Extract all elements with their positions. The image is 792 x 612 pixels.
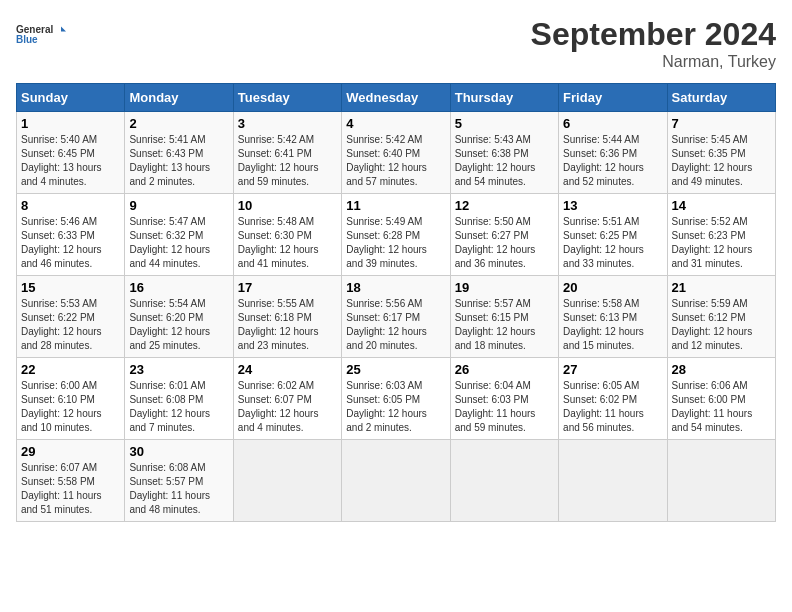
day-number: 10	[238, 198, 337, 213]
calendar-day-cell: 24 Sunrise: 6:02 AM Sunset: 6:07 PM Dayl…	[233, 358, 341, 440]
calendar-day-cell: 12 Sunrise: 5:50 AM Sunset: 6:27 PM Dayl…	[450, 194, 558, 276]
day-number: 27	[563, 362, 662, 377]
calendar-body: 1 Sunrise: 5:40 AM Sunset: 6:45 PM Dayli…	[17, 112, 776, 522]
day-number: 8	[21, 198, 120, 213]
calendar-day-cell: 7 Sunrise: 5:45 AM Sunset: 6:35 PM Dayli…	[667, 112, 775, 194]
calendar-day-cell: 3 Sunrise: 5:42 AM Sunset: 6:41 PM Dayli…	[233, 112, 341, 194]
calendar-day-cell: 15 Sunrise: 5:53 AM Sunset: 6:22 PM Dayl…	[17, 276, 125, 358]
calendar-day-cell: 19 Sunrise: 5:57 AM Sunset: 6:15 PM Dayl…	[450, 276, 558, 358]
day-number: 14	[672, 198, 771, 213]
calendar-day-cell: 27 Sunrise: 6:05 AM Sunset: 6:02 PM Dayl…	[559, 358, 667, 440]
day-info: Sunrise: 5:50 AM Sunset: 6:27 PM Dayligh…	[455, 215, 554, 271]
day-number: 3	[238, 116, 337, 131]
day-info: Sunrise: 5:45 AM Sunset: 6:35 PM Dayligh…	[672, 133, 771, 189]
calendar-day-cell: 22 Sunrise: 6:00 AM Sunset: 6:10 PM Dayl…	[17, 358, 125, 440]
day-info: Sunrise: 5:53 AM Sunset: 6:22 PM Dayligh…	[21, 297, 120, 353]
calendar-header-row: Sunday Monday Tuesday Wednesday Thursday…	[17, 84, 776, 112]
day-number: 28	[672, 362, 771, 377]
day-number: 2	[129, 116, 228, 131]
logo: General Blue	[16, 16, 66, 52]
col-saturday: Saturday	[667, 84, 775, 112]
calendar-day-cell: 20 Sunrise: 5:58 AM Sunset: 6:13 PM Dayl…	[559, 276, 667, 358]
empty-cell	[342, 440, 450, 522]
day-info: Sunrise: 5:52 AM Sunset: 6:23 PM Dayligh…	[672, 215, 771, 271]
calendar-day-cell: 8 Sunrise: 5:46 AM Sunset: 6:33 PM Dayli…	[17, 194, 125, 276]
day-number: 4	[346, 116, 445, 131]
logo-svg: General Blue	[16, 16, 66, 52]
calendar-day-cell: 6 Sunrise: 5:44 AM Sunset: 6:36 PM Dayli…	[559, 112, 667, 194]
day-info: Sunrise: 5:58 AM Sunset: 6:13 PM Dayligh…	[563, 297, 662, 353]
empty-cell	[450, 440, 558, 522]
col-wednesday: Wednesday	[342, 84, 450, 112]
day-number: 6	[563, 116, 662, 131]
day-number: 30	[129, 444, 228, 459]
day-number: 9	[129, 198, 228, 213]
day-info: Sunrise: 6:08 AM Sunset: 5:57 PM Dayligh…	[129, 461, 228, 517]
location-title: Narman, Turkey	[531, 53, 776, 71]
day-number: 13	[563, 198, 662, 213]
day-info: Sunrise: 5:57 AM Sunset: 6:15 PM Dayligh…	[455, 297, 554, 353]
day-info: Sunrise: 6:06 AM Sunset: 6:00 PM Dayligh…	[672, 379, 771, 435]
day-number: 12	[455, 198, 554, 213]
day-number: 29	[21, 444, 120, 459]
svg-text:General: General	[16, 24, 53, 35]
calendar-table: Sunday Monday Tuesday Wednesday Thursday…	[16, 83, 776, 522]
calendar-week-row: 22 Sunrise: 6:00 AM Sunset: 6:10 PM Dayl…	[17, 358, 776, 440]
day-number: 26	[455, 362, 554, 377]
day-number: 24	[238, 362, 337, 377]
day-info: Sunrise: 5:49 AM Sunset: 6:28 PM Dayligh…	[346, 215, 445, 271]
calendar-day-cell: 17 Sunrise: 5:55 AM Sunset: 6:18 PM Dayl…	[233, 276, 341, 358]
svg-text:Blue: Blue	[16, 34, 38, 45]
day-info: Sunrise: 6:02 AM Sunset: 6:07 PM Dayligh…	[238, 379, 337, 435]
calendar-day-cell: 23 Sunrise: 6:01 AM Sunset: 6:08 PM Dayl…	[125, 358, 233, 440]
calendar-week-row: 29 Sunrise: 6:07 AM Sunset: 5:58 PM Dayl…	[17, 440, 776, 522]
day-info: Sunrise: 5:43 AM Sunset: 6:38 PM Dayligh…	[455, 133, 554, 189]
calendar-day-cell: 2 Sunrise: 5:41 AM Sunset: 6:43 PM Dayli…	[125, 112, 233, 194]
day-number: 15	[21, 280, 120, 295]
day-info: Sunrise: 6:05 AM Sunset: 6:02 PM Dayligh…	[563, 379, 662, 435]
day-info: Sunrise: 6:07 AM Sunset: 5:58 PM Dayligh…	[21, 461, 120, 517]
day-info: Sunrise: 6:00 AM Sunset: 6:10 PM Dayligh…	[21, 379, 120, 435]
calendar-day-cell: 28 Sunrise: 6:06 AM Sunset: 6:00 PM Dayl…	[667, 358, 775, 440]
calendar-day-cell: 11 Sunrise: 5:49 AM Sunset: 6:28 PM Dayl…	[342, 194, 450, 276]
day-info: Sunrise: 5:44 AM Sunset: 6:36 PM Dayligh…	[563, 133, 662, 189]
day-info: Sunrise: 6:04 AM Sunset: 6:03 PM Dayligh…	[455, 379, 554, 435]
title-block: September 2024 Narman, Turkey	[531, 16, 776, 71]
month-title: September 2024	[531, 16, 776, 53]
day-number: 16	[129, 280, 228, 295]
day-info: Sunrise: 5:59 AM Sunset: 6:12 PM Dayligh…	[672, 297, 771, 353]
day-number: 22	[21, 362, 120, 377]
empty-cell	[559, 440, 667, 522]
calendar-week-row: 1 Sunrise: 5:40 AM Sunset: 6:45 PM Dayli…	[17, 112, 776, 194]
day-info: Sunrise: 5:48 AM Sunset: 6:30 PM Dayligh…	[238, 215, 337, 271]
day-info: Sunrise: 5:56 AM Sunset: 6:17 PM Dayligh…	[346, 297, 445, 353]
calendar-day-cell: 30 Sunrise: 6:08 AM Sunset: 5:57 PM Dayl…	[125, 440, 233, 522]
empty-cell	[667, 440, 775, 522]
day-info: Sunrise: 5:41 AM Sunset: 6:43 PM Dayligh…	[129, 133, 228, 189]
col-thursday: Thursday	[450, 84, 558, 112]
calendar-day-cell: 18 Sunrise: 5:56 AM Sunset: 6:17 PM Dayl…	[342, 276, 450, 358]
calendar-day-cell: 26 Sunrise: 6:04 AM Sunset: 6:03 PM Dayl…	[450, 358, 558, 440]
page-header: General Blue September 2024 Narman, Turk…	[16, 16, 776, 71]
day-info: Sunrise: 5:40 AM Sunset: 6:45 PM Dayligh…	[21, 133, 120, 189]
calendar-day-cell: 21 Sunrise: 5:59 AM Sunset: 6:12 PM Dayl…	[667, 276, 775, 358]
day-info: Sunrise: 5:55 AM Sunset: 6:18 PM Dayligh…	[238, 297, 337, 353]
day-info: Sunrise: 5:51 AM Sunset: 6:25 PM Dayligh…	[563, 215, 662, 271]
calendar-day-cell: 4 Sunrise: 5:42 AM Sunset: 6:40 PM Dayli…	[342, 112, 450, 194]
day-number: 20	[563, 280, 662, 295]
day-number: 23	[129, 362, 228, 377]
day-number: 18	[346, 280, 445, 295]
day-info: Sunrise: 6:01 AM Sunset: 6:08 PM Dayligh…	[129, 379, 228, 435]
day-info: Sunrise: 5:46 AM Sunset: 6:33 PM Dayligh…	[21, 215, 120, 271]
empty-cell	[233, 440, 341, 522]
calendar-day-cell: 1 Sunrise: 5:40 AM Sunset: 6:45 PM Dayli…	[17, 112, 125, 194]
day-number: 25	[346, 362, 445, 377]
col-friday: Friday	[559, 84, 667, 112]
calendar-day-cell: 25 Sunrise: 6:03 AM Sunset: 6:05 PM Dayl…	[342, 358, 450, 440]
day-number: 11	[346, 198, 445, 213]
calendar-day-cell: 14 Sunrise: 5:52 AM Sunset: 6:23 PM Dayl…	[667, 194, 775, 276]
col-monday: Monday	[125, 84, 233, 112]
day-number: 7	[672, 116, 771, 131]
col-sunday: Sunday	[17, 84, 125, 112]
calendar-day-cell: 10 Sunrise: 5:48 AM Sunset: 6:30 PM Dayl…	[233, 194, 341, 276]
